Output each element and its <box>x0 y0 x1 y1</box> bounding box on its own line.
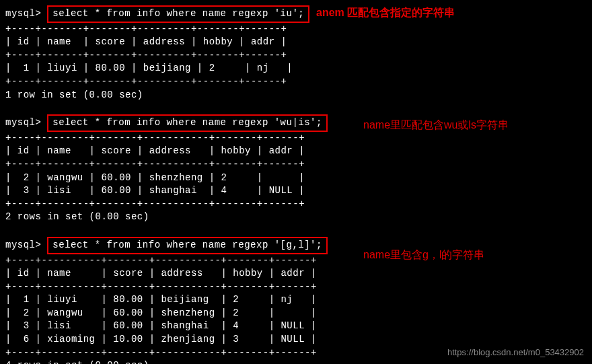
query-highlight-2: select * from info where name regexp 'wu… <box>47 114 328 132</box>
table-sep: +----+----------+-------+-----------+---… <box>5 254 587 268</box>
mysql-prompt: mysql> <box>5 240 41 250</box>
table-header: | id | name | score | address | hobby | … <box>5 267 587 281</box>
table-sep: +----+-------+-------+---------+-------+… <box>5 49 587 63</box>
table-sep: +----+--------+-------+-----------+-----… <box>5 132 587 145</box>
prompt-line: mysql> select * from info where name reg… <box>5 5 587 23</box>
query-block-1: mysql> select * from info where name reg… <box>5 5 587 102</box>
table-row: | 3 | lisi | 60.00 | shanghai | 4 | NULL… <box>5 184 587 198</box>
query-highlight-1: select * from info where name regexp 'iu… <box>47 5 309 23</box>
table-header: | id | name | score | address | hobby | … <box>5 145 587 158</box>
prompt-line: mysql> select * from info where name reg… <box>5 237 587 254</box>
table-header: | id | name | score | address | hobby | … <box>5 36 587 49</box>
table-sep: +----+----------+-------+-----------+---… <box>5 281 587 294</box>
table-row: | 6 | xiaoming | 10.00 | zhenjiang | 3 |… <box>5 333 587 347</box>
table-row: | 1 | liuyi | 80.00 | beijiang | 2 | nj … <box>5 293 587 307</box>
result-footer: 2 rows in set (0.00 sec) <box>5 211 587 224</box>
table-sep: +----+--------+-------+-----------+-----… <box>5 158 587 172</box>
table-row: | 2 | wangwu | 60.00 | shenzheng | 2 | | <box>5 307 587 320</box>
table-row: | 2 | wangwu | 60.00 | shenzheng | 2 | | <box>5 172 587 185</box>
result-footer: 1 row in set (0.00 sec) <box>5 89 587 102</box>
mysql-prompt: mysql> <box>5 8 41 19</box>
blank <box>5 224 587 237</box>
table-sep: +----+-------+-------+---------+-------+… <box>5 23 587 36</box>
result-footer: 4 rows in set (0.00 sec) <box>5 359 587 364</box>
blank <box>5 102 587 114</box>
annotation-2: name里匹配包含wu或ls字符串 <box>363 117 509 133</box>
query-block-3: mysql> select * from info where name reg… <box>5 237 587 364</box>
table-sep: +----+--------+-------+-----------+-----… <box>5 198 587 211</box>
table-row: | 3 | lisi | 60.00 | shanghai | 4 | NULL… <box>5 320 587 333</box>
watermark-text: https://blog.csdn.net/m0_53432902 <box>447 347 584 359</box>
annotation-1: anem 匹配包含指定的字符串 <box>316 5 455 20</box>
annotation-3: name里包含g，l的字符串 <box>363 248 484 262</box>
query-highlight-3: select * from info where name regexp '[g… <box>47 237 328 254</box>
mysql-prompt: mysql> <box>5 117 41 128</box>
table-row: | 1 | liuyi | 80.00 | beijiang | 2 | nj … <box>5 62 587 75</box>
table-sep: +----+-------+-------+---------+-------+… <box>5 75 587 89</box>
